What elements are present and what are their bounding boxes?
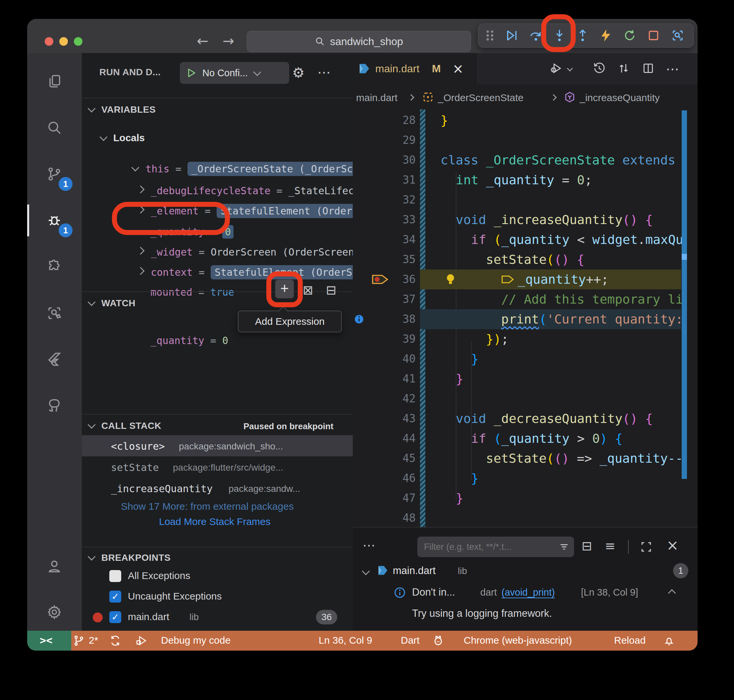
line-number[interactable]: 31 [366,170,416,190]
split-editor-icon[interactable] [642,62,655,75]
sidebar-item-search[interactable] [46,120,62,135]
code-line-45[interactable]: 45setState(() => _quantity-- [353,449,697,468]
problems-filter-input[interactable] [423,538,547,555]
code-line-48[interactable]: 48 [353,508,697,527]
stack-frame-name[interactable]: setState [111,462,159,473]
code-line-28[interactable]: 28} [353,110,697,130]
panel-clear-icon[interactable]: ⊟ [581,538,592,553]
code-line-39[interactable]: 39}); [353,329,697,349]
timeline-history-icon[interactable] [593,62,605,75]
filter-icon[interactable] [559,541,570,552]
problem-file-label[interactable]: main.dart [393,565,436,577]
line-number[interactable]: 34 [366,230,416,250]
line-number[interactable]: 40 [366,349,416,369]
code-line-47[interactable]: 47} [353,488,697,508]
code-line-30[interactable]: 30class _OrderScreenState extends [353,150,697,170]
back-icon[interactable]: ← [197,33,208,49]
code-editor[interactable]: 28}2930class _OrderScreenState extends31… [353,109,697,527]
sidebar-item-widget-inspector[interactable] [46,305,62,321]
line-number[interactable]: 29 [366,130,416,150]
expand-icon[interactable] [137,247,145,254]
line-number[interactable]: 47 [366,488,416,508]
breadcrumb-class[interactable]: _OrderScreenState [438,92,523,103]
debug-status-icon[interactable] [135,635,147,647]
watch-row-quantity[interactable]: _quantity = 0 [126,323,228,358]
stack-frame-path[interactable]: package:flutter/src/widge... [173,462,283,473]
code-line-42[interactable]: 42 [353,389,697,409]
locals-scope-label[interactable]: Locals [113,132,145,144]
hot-reload-icon[interactable] [599,29,612,42]
sidebar-item-github[interactable] [46,398,62,414]
debug-task-label[interactable]: Debug my code [161,635,230,646]
breakpoint-file-label[interactable]: main.dart [128,611,169,622]
search-box[interactable]: sandwich_shop [247,31,471,52]
breakpoint-current-icon[interactable] [371,273,389,286]
minimize-window-button[interactable] [59,37,68,46]
sidebar-item-explorer[interactable] [46,73,62,89]
code-line-32[interactable]: 32 [353,190,697,210]
branch-icon[interactable] [73,635,85,647]
code-line-38[interactable]: 38print('Current quantity: [353,309,697,329]
stack-frame-name[interactable]: <closure> [111,440,165,452]
code-line-36[interactable]: 36_quantity++; [353,269,697,289]
panel-view-as-list-icon[interactable]: ≡ [605,538,615,553]
line-number[interactable]: 44 [366,429,416,449]
main-dart-breakpoint-checkbox[interactable]: ✓ [109,611,121,623]
uncaught-exceptions-checkbox[interactable]: ✓ [109,591,121,603]
problems-filter-box[interactable] [417,537,574,557]
breakpoints-header[interactable]: BREAKPOINTS [101,553,170,563]
code-line-44[interactable]: 44if (_quantity > 0) { [353,429,697,449]
collapse-all-icon[interactable]: ⊟ [326,283,336,297]
continue-icon[interactable] [505,29,519,42]
sidebar-item-flutter[interactable] [46,351,62,368]
line-number[interactable]: 43 [366,409,416,429]
line-number[interactable]: 45 [366,449,416,468]
line-number[interactable]: 33 [366,210,416,230]
code-line-34[interactable]: 34if (_quantity < widget.maxQu [353,230,697,250]
expand-icon[interactable] [132,163,139,171]
stop-icon[interactable] [647,29,660,42]
code-line-41[interactable]: 41} [353,369,697,389]
line-number[interactable]: 39 [366,329,416,349]
watch-header[interactable]: WATCH [101,298,135,309]
panel-maximize-icon[interactable] [640,541,653,553]
problem-message[interactable]: Don't in... [412,586,455,598]
code-line-43[interactable]: 43void _decreaseQuantity() { [353,409,697,429]
restart-icon[interactable] [623,29,636,42]
code-line-40[interactable]: 40} [353,349,697,369]
call-stack-header[interactable]: CALL STACK [101,421,161,431]
device-label[interactable]: Chrome (web-javascript) [464,635,572,646]
remove-all-expressions-icon[interactable]: ⊠ [303,283,313,297]
code-line-29[interactable]: 29 [353,130,697,150]
line-number[interactable]: 42 [366,389,416,409]
cursor-position-label[interactable]: Ln 36, Col 9 [319,635,372,646]
notifications-bell-icon[interactable] [663,635,675,647]
stack-frame-path[interactable]: package:sandw... [229,484,300,494]
settings-gear-icon[interactable] [46,604,62,620]
code-line-46[interactable]: 46} [353,468,697,488]
load-more-stack-frames-link[interactable]: Load More Stack Frames [159,516,271,527]
stack-frame-path[interactable]: package:sandwich_sho... [179,441,283,452]
forward-icon[interactable]: → [223,33,234,49]
line-number[interactable]: 28 [366,110,416,130]
stack-frame-name[interactable]: _increaseQuantity [111,483,213,494]
expand-icon[interactable] [137,267,145,275]
close-window-button[interactable] [45,37,53,46]
line-number[interactable]: 37 [366,289,416,309]
line-number[interactable]: 35 [366,250,416,269]
compare-changes-icon[interactable] [617,62,630,75]
line-number[interactable]: 38 [366,309,416,329]
branch-label[interactable]: 2* [89,635,98,646]
line-number[interactable]: 30 [366,150,416,170]
sidebar-item-extensions[interactable] [46,259,62,275]
step-out-icon[interactable] [576,29,589,42]
run-debug-editor-icon[interactable] [550,62,562,75]
sidebar-more-actions-icon[interactable]: ⋯ [317,65,330,80]
expand-icon[interactable] [137,185,145,193]
inspect-widget-icon[interactable] [671,29,684,42]
line-number[interactable]: 41 [366,369,416,389]
reload-button[interactable]: Reload [614,635,646,646]
show-more-frames-link[interactable]: Show 17 More: from external packages [121,501,294,512]
tab-close-icon[interactable]: × [452,61,464,76]
code-line-31[interactable]: 31int _quantity = 0; [353,170,697,190]
